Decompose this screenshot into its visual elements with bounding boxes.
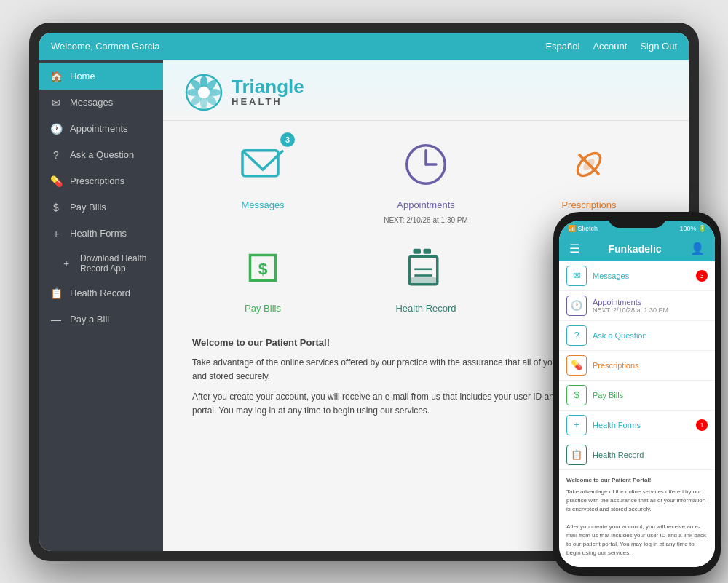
phone-welcome-heading: Welcome to our Patient Portal! xyxy=(566,476,708,485)
sidebar-item-ask[interactable]: ? Ask a Question xyxy=(39,142,163,168)
svg-rect-20 xyxy=(424,248,432,253)
phone-status-right: 100% 🔋 xyxy=(679,225,706,232)
phone-ask-icon: ? xyxy=(566,325,587,346)
appointments-label: Appointments xyxy=(397,199,455,210)
phone-welcome: Welcome to our Patient Portal! Take adva… xyxy=(559,470,715,563)
phone-healthforms-badge: 1 xyxy=(696,419,708,431)
logo-text: Triangle HEALTH xyxy=(232,77,304,107)
sidebar: 🏠 Home ✉ Messages 🕐 Appointments ? Ask a… xyxy=(39,60,163,551)
download-icon: + xyxy=(60,257,73,270)
sidebar-label-healthrecord: Health Record xyxy=(70,287,130,298)
phone-prescriptions-icon: 💊 xyxy=(566,355,587,376)
paybills-icon-box: $ xyxy=(234,239,292,297)
account-link[interactable]: Account xyxy=(593,41,627,52)
phone-appointments-sub: NEXT: 2/10/28 at 1:30 PM xyxy=(593,306,708,314)
phone-healthrecord-icon: 📋 xyxy=(566,445,587,465)
sidebar-item-paybills[interactable]: $ Pay Bills xyxy=(39,194,163,221)
sidebar-item-prescriptions[interactable]: 💊 Prescriptions xyxy=(39,168,163,194)
signout-link[interactable]: Sign Out xyxy=(640,41,677,52)
prescriptions-icon-box xyxy=(560,135,618,194)
ask-icon: ? xyxy=(50,148,63,162)
phone-item-healthrecord[interactable]: 📋 Health Record xyxy=(559,440,715,470)
payabill-icon: — xyxy=(50,313,63,326)
appointments-svg-icon xyxy=(400,139,451,190)
top-bar: Welcome, Carmen Garcia Español Account S… xyxy=(39,33,689,60)
phone-paybills-icon: $ xyxy=(566,385,587,405)
medfusion-logo: medfusiOn xyxy=(559,563,715,567)
icon-paybills[interactable]: $ Pay Bills xyxy=(192,239,333,314)
phone-prescriptions-text: Prescriptions xyxy=(593,361,708,370)
phone-menu-icon[interactable]: ☰ xyxy=(569,242,579,255)
phone-healthforms-icon: + xyxy=(566,415,587,435)
phone-welcome-p2: After you create your account, you will … xyxy=(566,523,708,558)
tablet-frame: Welcome, Carmen Garcia Español Account S… xyxy=(29,23,699,561)
phone-healthforms-label: Health Forms xyxy=(593,421,690,429)
sidebar-label-messages: Messages xyxy=(70,97,113,108)
logo-name: Triangle xyxy=(232,77,304,96)
icon-prescriptions[interactable]: Prescriptions xyxy=(518,135,660,224)
phone-item-healthforms[interactable]: + Health Forms 1 xyxy=(559,411,715,440)
sidebar-item-home[interactable]: 🏠 Home xyxy=(39,63,163,90)
sidebar-label-healthforms: Health Forms xyxy=(70,228,127,239)
phone-messages-badge: 3 xyxy=(696,270,708,282)
phone-appointments-icon: 🕐 xyxy=(566,296,587,316)
icon-appointments[interactable]: Appointments NEXT: 2/10/28 at 1:30 PM xyxy=(355,135,496,224)
sidebar-item-messages[interactable]: ✉ Messages xyxy=(39,90,163,116)
phone-messages-icon: ✉ xyxy=(566,266,587,286)
messages-icon: ✉ xyxy=(50,96,63,109)
sidebar-item-download[interactable]: + Download Health Record App xyxy=(39,247,163,280)
record-icon: 📋 xyxy=(50,287,63,300)
sidebar-item-payabill[interactable]: — Pay a Bill xyxy=(39,306,163,333)
phone-item-ask[interactable]: ? Ask a Question xyxy=(559,321,715,351)
sidebar-item-appointments[interactable]: 🕐 Appointments xyxy=(39,116,163,142)
paybills-label: Pay Bills xyxy=(245,303,281,314)
healthrecord-icon-box xyxy=(397,239,455,297)
phone-healthrecord-text: Health Record xyxy=(593,451,708,459)
welcome-text: Welcome, Carmen Garcia xyxy=(51,41,159,52)
phone-header: ☰ Funkadelic 👤 xyxy=(559,237,715,261)
sidebar-label-ask: Ask a Question xyxy=(70,149,134,160)
phone-healthforms-text: Health Forms xyxy=(593,421,690,429)
messages-label: Messages xyxy=(241,199,284,210)
phone-appointments-label: Appointments xyxy=(593,298,708,306)
phone-prescriptions-label: Prescriptions xyxy=(593,361,708,370)
dollar-icon: $ xyxy=(50,201,63,214)
appointments-icon-box xyxy=(397,135,455,194)
sidebar-label-payabill: Pay a Bill xyxy=(70,314,109,325)
phone-content: ✉ Messages 3 🕐 Appointments NEXT: 2/10/2… xyxy=(559,261,715,567)
sidebar-label-prescriptions: Prescriptions xyxy=(70,175,124,186)
phone-item-paybills[interactable]: $ Pay Bills xyxy=(559,381,715,411)
messages-svg-icon xyxy=(237,139,288,190)
healthrecord-label: Health Record xyxy=(395,303,456,314)
triangle-health-logo-icon xyxy=(185,74,223,111)
paybills-svg-icon: $ xyxy=(237,242,288,293)
sidebar-item-healthforms[interactable]: + Health Forms xyxy=(39,221,163,247)
icon-messages[interactable]: 3 Messages xyxy=(192,135,333,224)
svg-rect-19 xyxy=(414,248,422,253)
prescriptions-svg-icon xyxy=(563,139,614,190)
phone-item-appointments[interactable]: 🕐 Appointments NEXT: 2/10/28 at 1:30 PM xyxy=(559,291,715,321)
espanol-link[interactable]: Español xyxy=(545,41,579,52)
sidebar-label-home: Home xyxy=(70,71,95,82)
phone-user-icon[interactable]: 👤 xyxy=(690,242,705,255)
logo-area: Triangle HEALTH xyxy=(185,74,667,111)
phone-ask-label: Ask a Question xyxy=(593,331,708,340)
phone-ask-text: Ask a Question xyxy=(593,331,708,340)
phone-appointments-text: Appointments NEXT: 2/10/28 at 1:30 PM xyxy=(593,298,708,314)
phone-item-messages[interactable]: ✉ Messages 3 xyxy=(559,261,715,291)
phone-welcome-p1: Take advantage of the online services of… xyxy=(566,488,708,514)
sidebar-item-healthrecord[interactable]: 📋 Health Record xyxy=(39,280,163,306)
prescriptions-label: Prescriptions xyxy=(561,199,616,210)
content-header: Triangle HEALTH xyxy=(163,60,689,121)
phone-messages-label: Messages xyxy=(593,271,690,280)
logo-subtitle: HEALTH xyxy=(232,96,304,107)
phone-title: Funkadelic xyxy=(608,243,661,255)
phone-item-prescriptions[interactable]: 💊 Prescriptions xyxy=(559,351,715,381)
appointments-sub: NEXT: 2/10/28 at 1:30 PM xyxy=(384,216,468,224)
svg-text:$: $ xyxy=(258,258,268,277)
appointments-icon: 🕐 xyxy=(50,122,63,135)
icon-healthrecord[interactable]: Health Record xyxy=(355,239,496,314)
messages-icon-box: 3 xyxy=(234,135,292,194)
phone-notch xyxy=(608,212,666,228)
phone-status-left: 📶 Sketch xyxy=(568,225,598,232)
